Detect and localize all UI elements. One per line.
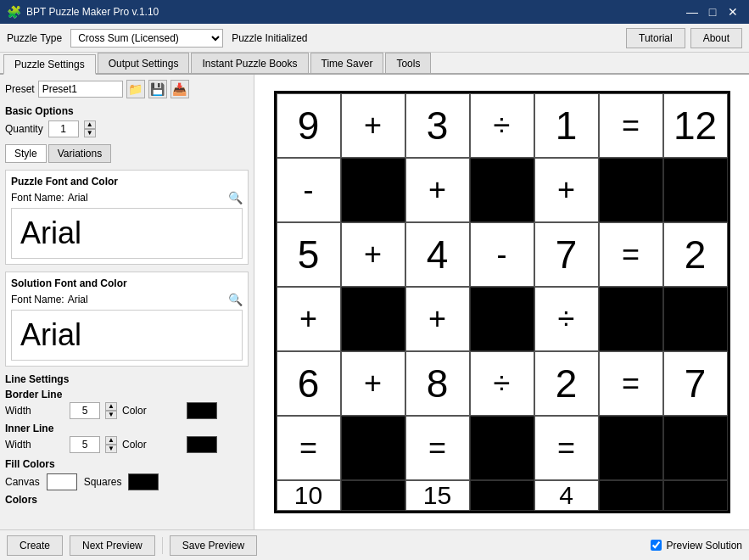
fill-colors-row: Canvas Squares [5,473,249,490]
inner-line-row: Width ▲ ▼ Color [5,436,249,453]
table-row: 10 [277,480,341,511]
table-row [341,158,405,222]
table-row: = [534,416,599,480]
border-width-down-button[interactable]: ▼ [105,411,117,419]
table-row: + [341,351,405,416]
main-content: Preset 📁 💾 📥 Basic Options Quantity ▲ ▼ … [0,75,749,529]
solution-font-name-row: Font Name: Arial 🔍 [11,293,243,306]
border-color-swatch[interactable] [187,402,217,419]
puzzle-grid: 9+3÷1=12-++5+4-7=2++÷6+8÷2=7===10154 [274,91,730,513]
inner-width-label: Width [5,439,64,451]
sub-tab-variations[interactable]: Variations [48,144,111,163]
toolbar-right: Tutorial About [626,28,742,48]
puzzle-font-name-label: Font Name: [11,192,64,204]
solution-font-preview: Arial [11,310,243,361]
inner-width-down-button[interactable]: ▼ [105,445,117,453]
table-row: - [470,222,534,287]
table-row: 2 [663,222,728,287]
tab-instant-puzzle-books[interactable]: Instant Puzzle Books [191,53,308,73]
next-preview-button[interactable]: Next Preview [70,535,155,556]
tab-output-settings[interactable]: Output Settings [98,53,190,73]
table-row [599,287,663,351]
table-row: 4 [534,480,599,511]
table-row: = [405,416,470,480]
preset-row: Preset 📁 💾 📥 [5,80,249,98]
table-row: 6 [277,351,341,416]
puzzle-font-search-icon[interactable]: 🔍 [228,191,243,204]
quantity-input[interactable] [48,120,79,137]
canvas-color-swatch[interactable] [47,473,77,490]
close-button[interactable]: ✕ [724,3,742,21]
solution-font-search-icon[interactable]: 🔍 [228,293,243,306]
table-row: 12 [663,93,728,158]
table-row: ÷ [470,351,534,416]
table-row [470,287,534,351]
inner-color-swatch[interactable] [187,436,217,453]
inner-line-label: Inner Line [5,423,249,434]
quantity-up-button[interactable]: ▲ [84,120,96,129]
table-row: ÷ [470,93,534,158]
table-row [599,416,663,480]
table-row [470,158,534,222]
puzzle-type-select[interactable]: Cross Sum (Licensed) [70,29,223,48]
tab-tools[interactable]: Tools [385,53,431,73]
quantity-row: Quantity ▲ ▼ [5,120,249,137]
table-row: + [341,222,405,287]
toolbar: Puzzle Type Cross Sum (Licensed) Puzzle … [0,24,749,53]
preset-input[interactable] [38,81,123,98]
tab-time-saver[interactable]: Time Saver [310,53,384,73]
puzzle-font-name-value: Arial [68,192,88,204]
table-row [663,158,728,222]
titlebar: 🧩 BPT Puzzle Maker Pro v.1.10 — □ ✕ [0,0,749,24]
minimize-button[interactable]: — [683,3,701,21]
preset-save-button[interactable]: 💾 [148,80,167,98]
tutorial-button[interactable]: Tutorial [626,28,685,48]
inner-width-input[interactable] [70,436,100,453]
table-row: 7 [663,351,728,416]
table-row: + [277,287,341,351]
inner-color-label: Color [122,439,182,451]
border-color-label: Color [122,405,182,417]
line-settings-title: Line Settings [5,373,249,385]
squares-label: Squares [84,476,122,488]
table-row [599,158,663,222]
table-row [470,416,534,480]
preview-solution-checkbox[interactable] [651,540,662,551]
table-row: ÷ [534,287,599,351]
puzzle-font-preview: Arial [11,208,243,259]
puzzle-preview: 9+3÷1=12-++5+4-7=2++÷6+8÷2=7===10154 [254,75,749,529]
bottombar-divider [162,537,163,554]
app-icon: 🧩 [7,5,21,19]
border-width-input[interactable] [70,402,100,419]
table-row [341,287,405,351]
squares-color-swatch[interactable] [128,473,159,490]
solution-font-preview-text: Arial [20,317,81,353]
inner-width-spinner: ▲ ▼ [105,436,117,453]
preview-solution-label[interactable]: Preview Solution [667,540,742,552]
table-row: = [277,416,341,480]
preset-saveas-button[interactable]: 📥 [170,80,189,98]
create-button[interactable]: Create [7,535,63,556]
border-width-up-button[interactable]: ▲ [105,402,117,411]
sub-tab-style[interactable]: Style [5,144,47,163]
table-row [341,480,405,511]
table-row [663,287,728,351]
maximize-button[interactable]: □ [703,3,722,21]
quantity-spinner: ▲ ▼ [84,120,96,137]
border-line-label: Border Line [5,389,249,400]
preset-folder-button[interactable]: 📁 [126,80,145,98]
tabbar: Puzzle Settings Output Settings Instant … [0,53,749,75]
table-row: + [534,158,599,222]
puzzle-status: Puzzle Initialized [232,32,307,44]
quantity-down-button[interactable]: ▼ [84,129,96,137]
tab-puzzle-settings[interactable]: Puzzle Settings [3,54,96,75]
table-row: 8 [405,351,470,416]
table-row [663,480,728,511]
about-button[interactable]: About [690,28,742,48]
table-row: = [599,222,663,287]
table-row: = [599,93,663,158]
table-row: 2 [534,351,599,416]
inner-width-up-button[interactable]: ▲ [105,436,117,445]
table-row: + [405,158,470,222]
save-preview-button[interactable]: Save Preview [170,535,257,556]
